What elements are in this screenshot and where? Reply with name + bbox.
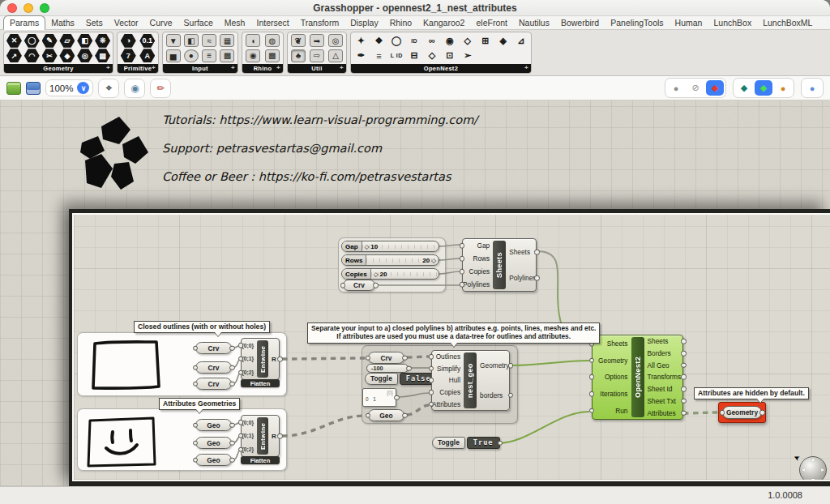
port-in-simplify[interactable]: Simplify (432, 365, 463, 373)
geometry-output-param[interactable]: Geometry (722, 406, 762, 419)
document-canvas[interactable]: Closed outlines (with or without holes) … (74, 215, 830, 480)
slider-grip[interactable] (365, 243, 370, 250)
galapagos-icon[interactable]: ♣ (291, 49, 306, 62)
dice-icon[interactable]: ⊡ (442, 49, 458, 62)
outline-icon[interactable]: ◯ (388, 34, 404, 48)
menu-rhino[interactable]: Rhino (384, 16, 417, 29)
scan-icon[interactable]: ◉ (442, 34, 458, 48)
slider-grip[interactable] (374, 271, 379, 278)
port-out-transforms[interactable]: Transforms (645, 373, 683, 381)
menu-panelingtools[interactable]: PanelingTools (605, 16, 669, 29)
brep-param-icon[interactable]: ◈ (59, 49, 75, 62)
port-out-attributes[interactable]: Attributes (645, 409, 683, 417)
port-out-result[interactable]: R (269, 416, 279, 456)
zoom-extents-icon[interactable]: ⌖ (101, 81, 117, 96)
chart-icon[interactable]: ▅ (166, 49, 181, 62)
curve-param-icon[interactable]: ✎ (42, 34, 58, 48)
colour-swatch-icon[interactable]: ▩ (220, 49, 234, 62)
crv-param-mid[interactable]: Crv (368, 352, 404, 364)
menu-lunchboxml[interactable]: LunchBoxML (757, 16, 818, 29)
relay-in-icon[interactable]: ⇨ (310, 49, 324, 62)
note-separate-input[interactable]: Separate your input to a) closed polylin… (307, 322, 600, 344)
data-recorder-icon[interactable]: ◎ (328, 34, 343, 47)
button-icon[interactable]: ▼ (166, 34, 181, 47)
geometry-param-selection[interactable]: Geometry (718, 402, 766, 423)
plane-param-icon[interactable]: ▱ (59, 34, 75, 48)
hull-toggle[interactable]: Toggle False (365, 373, 438, 385)
dial-icon[interactable]: ◉ (246, 49, 260, 62)
port-in-rows[interactable]: Rows (463, 254, 492, 263)
entwine-component-outlines[interactable]: {0;0}{0;1}{0;2} Entwine R (241, 338, 280, 380)
arc-param-icon[interactable]: ◠ (24, 49, 40, 62)
run-toggle[interactable]: Toggle True (432, 437, 500, 449)
port-in-copies[interactable]: Copies (463, 267, 492, 275)
entwine-component-attributes[interactable]: {0;0}{0;1}{0;2} Entwine R (241, 415, 280, 457)
crv-param-top[interactable]: Crv (343, 280, 375, 291)
pack-grid-icon[interactable]: ⊞ (477, 34, 494, 48)
menu-transform[interactable]: Transform (295, 16, 344, 29)
preview-sphere-icon[interactable]: ● (803, 80, 821, 96)
integer-param-icon[interactable]: 7 (121, 49, 136, 62)
geo-param-1[interactable]: Geo (195, 419, 232, 431)
opennest2-component[interactable]: SheetsGeometryOptionsIterationsRun OpenN… (592, 335, 683, 420)
port-out-allgeo[interactable]: All Geo (645, 361, 683, 369)
port-in-run[interactable]: Run (593, 407, 631, 415)
menu-maths[interactable]: Maths (45, 16, 80, 29)
port-in-polylines[interactable]: Polylines (463, 280, 492, 288)
port-out-borders[interactable]: Borders (645, 349, 683, 357)
port-in-gap[interactable]: Gap (463, 241, 492, 250)
flatten-tag[interactable]: Flatten (241, 379, 280, 387)
bird-icon[interactable]: ➢ (460, 49, 476, 62)
note-attributes-geometries[interactable]: Attributes Geometries (159, 398, 240, 410)
graph-mapper-icon[interactable]: ≈ (202, 34, 216, 47)
sheet-pack-icon[interactable]: ◈ (495, 34, 511, 48)
options-icon[interactable]: ≡ (370, 49, 387, 62)
port-in-outlines[interactable]: Outlines (432, 352, 463, 361)
note-attributes-hidden[interactable]: Attributes are hidden by default. (694, 387, 809, 399)
port-in-copies[interactable]: Copies (432, 388, 463, 396)
menu-elefront[interactable]: eleFront (470, 16, 513, 29)
sheets-component[interactable]: GapRowsCopiesPolylines Sheets SheetsPoly… (462, 238, 537, 292)
port-out-borders[interactable]: borders (477, 391, 509, 399)
port-in-branch-2[interactable]: {0;2} (242, 369, 256, 375)
nest2-icon[interactable]: ✒ (353, 49, 369, 62)
sphere-param-icon[interactable]: ◎ (77, 49, 92, 62)
port-out-sheets[interactable]: Sheets (507, 248, 536, 256)
table-icon[interactable]: ⊟ (406, 49, 422, 62)
menu-human[interactable]: Human (670, 16, 708, 29)
sketch-brush-icon[interactable]: ✏ (152, 81, 169, 96)
menu-params[interactable]: Params (3, 15, 45, 30)
shaded-preview-icon[interactable]: ● (667, 80, 685, 96)
menu-sets[interactable]: Sets (80, 16, 109, 29)
menu-surface[interactable]: Surface (178, 16, 219, 29)
point-param-icon[interactable]: ↗ (6, 49, 22, 62)
box-param-icon[interactable]: ◧ (77, 34, 92, 48)
crv-param-3[interactable]: Crv (195, 378, 232, 390)
menu-nautilus[interactable]: Nautilus (513, 16, 555, 29)
id-tag-icon[interactable]: ID (406, 34, 422, 48)
port-out-geometry[interactable]: Geometry (477, 361, 509, 369)
menu-mesh[interactable]: Mesh (219, 16, 251, 29)
crv-param-1[interactable]: Crv (195, 342, 232, 354)
port-in-attributes[interactable]: Attributes (432, 400, 463, 408)
copies-icon[interactable]: ∞ (424, 34, 440, 48)
gap-slider[interactable]: Gap 10 (341, 241, 439, 252)
save-file-button[interactable] (26, 82, 41, 95)
boolean-param-icon[interactable]: ◑ (121, 34, 136, 48)
trim-param-icon[interactable]: ✂ (42, 49, 58, 62)
menu-vector[interactable]: Vector (109, 16, 144, 29)
gradient-icon[interactable]: ▦ (220, 34, 234, 47)
hatch-icon[interactable]: ▩ (265, 49, 280, 62)
menu-lunchbox[interactable]: LunchBox (708, 16, 757, 29)
port-out-result[interactable]: R (269, 339, 279, 379)
port-out-sheettxt[interactable]: Sheet Txt (645, 397, 683, 405)
diamond-outline-icon[interactable]: ◇ (424, 49, 440, 62)
geo-param-3[interactable]: Geo (195, 454, 232, 466)
port-in-branch-1[interactable]: {0;1} (242, 356, 256, 361)
nest-cluster-icon[interactable]: ❖ (370, 34, 387, 48)
zoom-dropdown-icon[interactable]: ∨ (77, 82, 89, 94)
cherry-picker-icon[interactable]: ❦ (291, 34, 306, 47)
relay-icon[interactable]: ➡ (310, 34, 324, 47)
no-preview-icon[interactable]: ⊘ (687, 80, 704, 96)
port-out-sheetid[interactable]: Sheet Id (645, 385, 683, 393)
